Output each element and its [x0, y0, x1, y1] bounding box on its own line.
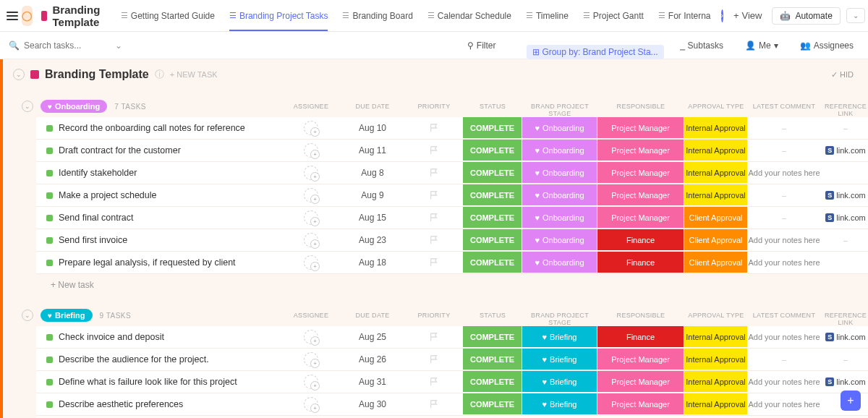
due-date-cell[interactable]: Aug 26 — [340, 354, 405, 364]
responsible-cell[interactable]: Project Manager — [597, 349, 684, 370]
stage-cell[interactable]: ♥Briefing — [522, 371, 597, 393]
assignee-avatar-icon[interactable] — [304, 255, 318, 270]
task-name-cell[interactable]: Describe the audience for the project. — [36, 354, 282, 364]
me-button[interactable]: 👤Me▾ — [739, 38, 784, 53]
search-box[interactable]: 🔍 ⌄ — [9, 40, 454, 51]
responsible-cell[interactable]: Project Manager — [597, 184, 684, 206]
stage-cell[interactable]: ♥Onboarding — [522, 229, 597, 251]
priority-cell[interactable] — [405, 377, 463, 387]
priority-cell[interactable] — [405, 257, 463, 268]
due-date-cell[interactable]: Aug 15 — [340, 213, 405, 223]
column-header[interactable]: LATEST COMMENT — [748, 103, 820, 117]
task-row[interactable]: Make a project scheduleAug 9COMPLETE♥Onb… — [36, 184, 868, 207]
tab-for-interna[interactable]: ☰For Interna — [651, 0, 718, 31]
reference-link[interactable]: Slink.com — [820, 213, 868, 222]
status-cell[interactable]: COMPLETE — [463, 140, 522, 161]
task-name-cell[interactable]: Draft contract for the customer — [36, 145, 282, 155]
due-date-cell[interactable]: Aug 23 — [340, 235, 405, 245]
assignee-avatar-icon[interactable] — [304, 210, 318, 225]
assignee-avatar-icon[interactable] — [304, 121, 318, 135]
stage-cell[interactable]: ♥Briefing — [522, 393, 597, 415]
column-header[interactable]: RESPONSIBLE — [597, 312, 684, 326]
priority-cell[interactable] — [405, 123, 463, 133]
status-cell[interactable]: COMPLETE — [463, 184, 522, 206]
column-header[interactable]: BRAND PROJECT STAGE — [522, 312, 597, 326]
stage-cell[interactable]: ♥Briefing — [522, 326, 597, 348]
assignee-cell[interactable] — [282, 233, 340, 247]
comment-cell[interactable]: – — [748, 213, 820, 222]
priority-cell[interactable] — [405, 213, 463, 223]
new-task-top[interactable]: + NEW TASK — [170, 70, 218, 79]
assignee-avatar-icon[interactable] — [304, 375, 318, 389]
reference-link[interactable]: – — [820, 355, 868, 364]
hamburger-menu-icon[interactable] — [6, 7, 19, 25]
info-icon[interactable]: ⓘ — [155, 68, 164, 81]
column-header[interactable]: PRIORITY — [405, 312, 463, 326]
status-cell[interactable]: COMPLETE — [463, 117, 522, 139]
assignee-cell[interactable] — [282, 397, 340, 411]
tab-getting-started-guide[interactable]: ☰Getting Started Guide — [114, 0, 222, 31]
tab-branding-project-tasks[interactable]: ☰Branding Project Tasks — [222, 0, 336, 31]
priority-cell[interactable] — [405, 354, 463, 364]
responsible-cell[interactable]: Project Manager — [597, 140, 684, 161]
due-date-cell[interactable]: Aug 11 — [340, 145, 405, 155]
reference-link[interactable]: – — [820, 124, 868, 132]
task-row[interactable]: Record the onboarding call notes for ref… — [36, 117, 868, 140]
task-name-cell[interactable]: Prepare legal analysis, if requested by … — [36, 257, 282, 268]
column-header[interactable]: REFERENCE LINK — [820, 312, 868, 326]
task-name-cell[interactable]: Check invoice and deposit — [36, 332, 282, 342]
responsible-cell[interactable]: Project Manager — [597, 207, 684, 229]
approval-cell[interactable]: Internal Approval — [684, 184, 748, 206]
hide-button[interactable]: ✓HID — [831, 70, 854, 80]
priority-cell[interactable] — [405, 145, 463, 155]
comment-cell[interactable]: Add your notes here — [748, 378, 820, 386]
responsible-cell[interactable]: Project Manager — [597, 393, 684, 415]
group-by-button[interactable]: ⊞Group by: Brand Project Sta... — [527, 45, 664, 59]
collapse-group-icon[interactable]: ⌄ — [22, 101, 33, 112]
task-name-cell[interactable]: Make a project schedule — [36, 190, 282, 200]
task-row[interactable]: Prepare legal analysis, if requested by … — [36, 252, 868, 274]
due-date-cell[interactable]: Aug 9 — [340, 190, 405, 200]
stage-cell[interactable]: ♥Briefing — [522, 349, 597, 370]
reference-link[interactable]: Slink.com — [820, 378, 868, 386]
priority-cell[interactable] — [405, 168, 463, 178]
assignee-cell[interactable] — [282, 121, 340, 135]
reference-link[interactable]: Slink.com — [820, 191, 868, 200]
comment-cell[interactable]: – — [748, 191, 820, 200]
new-task-row[interactable]: + New task — [22, 274, 868, 296]
responsible-cell[interactable]: Project Manager — [597, 117, 684, 139]
assignee-avatar-icon[interactable] — [304, 352, 318, 367]
approval-cell[interactable]: Client Approval — [684, 207, 748, 229]
task-row[interactable]: Check invoice and depositAug 25COMPLETE♥… — [36, 326, 868, 349]
tab-branding-board[interactable]: ☰Branding Board — [335, 0, 420, 31]
search-input[interactable] — [24, 40, 111, 51]
tab-calendar-schedule[interactable]: ☰Calendar Schedule — [420, 0, 519, 31]
column-header[interactable]: RESPONSIBLE — [597, 103, 684, 117]
approval-cell[interactable]: Client Approval — [684, 252, 748, 273]
column-header[interactable]: STATUS — [463, 103, 522, 117]
assignee-cell[interactable] — [282, 188, 340, 202]
tab-project-gantt[interactable]: ☰Project Gantt — [576, 0, 651, 31]
approval-cell[interactable]: Internal Approval — [684, 117, 748, 139]
assignee-cell[interactable] — [282, 375, 340, 389]
approval-cell[interactable]: Internal Approval — [684, 140, 748, 161]
collapse-group-icon[interactable]: ⌄ — [22, 310, 33, 321]
task-row[interactable]: Send final contractAug 15COMPLETE♥Onboar… — [36, 207, 868, 229]
stage-cell[interactable]: ♥Onboarding — [522, 117, 597, 139]
task-row[interactable]: Send first invoiceAug 23COMPLETE♥Onboard… — [36, 229, 868, 252]
column-header[interactable]: ASSIGNEE — [282, 103, 340, 117]
task-name-cell[interactable]: Send final contract — [36, 213, 282, 223]
comment-cell[interactable]: Add your notes here — [748, 400, 820, 409]
task-name-cell[interactable]: Send first invoice — [36, 235, 282, 245]
due-date-cell[interactable]: Aug 8 — [340, 168, 405, 178]
status-cell[interactable]: COMPLETE — [463, 393, 522, 415]
comment-cell[interactable]: – — [748, 355, 820, 364]
comment-cell[interactable]: – — [748, 124, 820, 132]
status-cell[interactable]: COMPLETE — [463, 371, 522, 393]
search-dropdown-icon[interactable]: ⌄ — [115, 40, 122, 51]
approval-cell[interactable]: Internal Approval — [684, 371, 748, 393]
comment-cell[interactable]: Add your notes here — [748, 258, 820, 267]
assignee-avatar-icon[interactable] — [304, 166, 318, 180]
approval-cell[interactable]: Internal Approval — [684, 162, 748, 184]
task-name-cell[interactable]: Identify stakeholder — [36, 168, 282, 178]
